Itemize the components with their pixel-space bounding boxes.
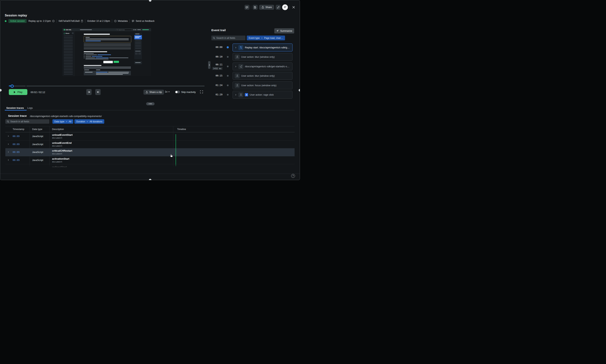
row-description-detail: document — [52, 161, 62, 163]
meta-divider — [112, 19, 112, 23]
meta-divider — [85, 19, 85, 23]
event-search-input[interactable]: Search in all fields — [211, 36, 245, 40]
chevron-right-icon — [209, 64, 210, 66]
event-type-filter-pill[interactable]: Event type=Page load, User… — [247, 36, 285, 40]
event-duration-badge: 1432 ms — [212, 67, 223, 70]
event-label: /docs/apm/agents/c-sdk/get-started/c-s… — [245, 65, 291, 68]
share-clip-button[interactable]: Share a clip — [144, 90, 164, 95]
row-timestamp: 00:09 — [13, 143, 20, 146]
share-button[interactable]: Share — [259, 5, 274, 10]
video-page-sidebar: Docs — [62, 31, 74, 76]
playback-time: 00:02 / 02:12 — [31, 91, 45, 94]
video-heading-skeleton — [84, 51, 107, 52]
share-icon — [262, 6, 264, 9]
session-meta-row: Active session Replay up to: 2:21pm 0d07… — [5, 19, 155, 23]
duration-filter-pill[interactable]: Duration=All durations — [74, 119, 104, 124]
event-dot — [227, 56, 229, 58]
clipboard-icon[interactable] — [81, 20, 83, 22]
video-nav-icon-skeleton — [133, 29, 134, 30]
event-card-user-action[interactable]: User action: blur (window only) — [233, 72, 292, 80]
playback-scrubber[interactable] — [11, 84, 14, 88]
fullscreen-icon — [200, 90, 203, 94]
user-icon — [235, 83, 240, 88]
panel-resize-handle[interactable] — [146, 102, 155, 105]
table-row-hovered[interactable] — [5, 148, 295, 156]
video-secondary-button-skeleton — [103, 61, 113, 63]
comment-button[interactable] — [244, 5, 250, 10]
copy-link-button[interactable] — [276, 5, 281, 10]
video-page-logo: new relic — [64, 29, 71, 30]
newrelic-logo-icon — [64, 29, 65, 30]
row-description-name: activationStart — [52, 157, 69, 160]
page-title: Session replay — [5, 13, 27, 17]
video-table-skeleton — [84, 70, 131, 75]
column-header-description[interactable]: Description — [52, 128, 64, 130]
video-nav-item-skeleton — [137, 29, 141, 30]
tab-session-traces[interactable]: Session traces — [6, 106, 24, 109]
event-card-page-load[interactable]: /docs/apm/agents/c-sdk/get-started/c-s… — [233, 63, 292, 70]
row-expand-chevron[interactable] — [7, 159, 9, 161]
drag-handle-right[interactable] — [299, 89, 300, 91]
playback-speed-selector[interactable]: 1x — [165, 91, 170, 93]
replay-start-icon — [238, 45, 243, 50]
chevron-down-icon — [168, 91, 170, 92]
video-nav-cta-skeleton — [142, 29, 149, 30]
video-callout-box — [84, 36, 131, 42]
event-card-user-action[interactable]: User action: focus (window only) — [233, 81, 292, 89]
search-icon — [213, 37, 215, 39]
info-icon[interactable] — [52, 20, 55, 22]
meta-divider — [57, 19, 57, 23]
info-icon — [114, 20, 117, 22]
column-header-data-type[interactable]: Data type — [32, 128, 42, 130]
skip-back-button[interactable] — [86, 89, 92, 95]
notes-button[interactable] — [253, 5, 258, 10]
toggle-knob — [175, 91, 178, 93]
trace-search-input[interactable]: Search in all fields — [5, 119, 49, 124]
tab-logs[interactable]: Logs — [27, 106, 33, 109]
session-replay-modal: Share Session replay Active session Repl… — [0, 0, 300, 180]
chevron-right-icon — [235, 94, 237, 96]
column-header-timestamp[interactable]: Timestamp — [13, 128, 24, 130]
search-icon — [117, 29, 118, 30]
event-card-user-action[interactable]: User action: blur (window only) — [233, 53, 292, 61]
replay-video-frame[interactable]: new relic Search docs Docs — [62, 28, 151, 76]
row-expand-chevron[interactable] — [7, 143, 9, 145]
close-button[interactable] — [291, 5, 296, 10]
row-expand-chevron[interactable] — [7, 135, 9, 137]
session-id: 0d07a0a007e618a9 — [59, 20, 83, 22]
row-timestamp: 00:09 — [13, 135, 20, 138]
summarize-button[interactable]: Summarize — [274, 28, 294, 33]
row-data-type: JavaScript — [32, 159, 43, 162]
playback-progress-track[interactable] — [13, 86, 204, 86]
tabs-divider — [5, 110, 295, 110]
user-icon — [235, 73, 240, 78]
row-description-name: criticalCHRestart — [52, 149, 72, 152]
video-primary-button-skeleton — [114, 61, 119, 63]
drag-handle-bottom[interactable] — [149, 179, 152, 180]
help-icon: ? — [292, 175, 294, 177]
notes-icon — [254, 6, 257, 9]
skip-forward-button[interactable] — [95, 89, 101, 95]
ai-assistant-button[interactable] — [282, 4, 288, 10]
table-row[interactable] — [5, 156, 295, 164]
row-timestamp: 00:09 — [13, 159, 20, 162]
fullscreen-button[interactable] — [200, 90, 203, 94]
row-expand-chevron[interactable] — [7, 151, 9, 153]
event-dot-active — [227, 46, 229, 48]
share-icon — [145, 91, 148, 93]
column-header-timeline[interactable]: Timeline — [177, 128, 186, 130]
event-label: User action: rage click — [250, 93, 275, 96]
page-load-icon — [238, 64, 243, 69]
metadata-button[interactable]: Metadata — [114, 20, 128, 22]
table-row[interactable] — [5, 140, 295, 148]
user-icon — [238, 92, 243, 97]
event-trail-expander[interactable] — [208, 61, 211, 69]
send-feedback-button[interactable]: Send us feedback — [132, 20, 154, 22]
data-type-filter-pill[interactable]: Data type=All — [53, 119, 73, 124]
skip-inactivity-toggle[interactable] — [175, 91, 180, 93]
help-button[interactable]: ? — [291, 174, 295, 178]
event-card-replay-start[interactable]: Replay start: /docs/apm/agents/c-sdk/g… — [233, 44, 292, 52]
play-button[interactable]: Play — [9, 89, 27, 95]
table-row[interactable] — [5, 132, 295, 140]
event-card-rage-click[interactable]: 4 User action: rage click — [233, 91, 292, 99]
